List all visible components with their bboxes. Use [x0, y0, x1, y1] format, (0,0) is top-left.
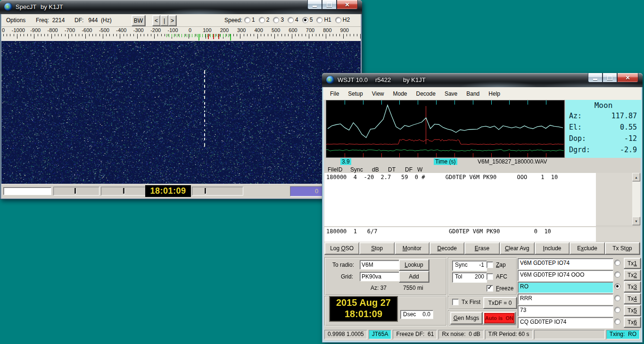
lookup-button[interactable]: Lookup — [399, 259, 429, 270]
afc-checkbox[interactable]: AFC — [487, 273, 507, 280]
tx-message-6[interactable]: CQ GD0TEP IO74 — [518, 317, 613, 328]
tx-message-2[interactable]: V6M GD0TEP IO74 OOO — [518, 270, 613, 281]
include-button[interactable]: Include — [535, 242, 570, 254]
decode-scrollbar[interactable]: ▲ ▼ — [632, 173, 640, 225]
menu-file[interactable]: File — [330, 90, 339, 97]
gain-slider-2[interactable] — [101, 187, 146, 196]
maximize-button[interactable] — [322, 0, 337, 9]
tx-select-radio-3[interactable] — [615, 284, 620, 289]
menu-help[interactable]: Help — [488, 90, 500, 97]
average-lines[interactable]: 180000 1 6/7 GD0TEP V6M PK90 0 10 — [324, 227, 596, 242]
dsec-field[interactable]: Dsec0.0 — [400, 310, 433, 319]
zap-box[interactable] — [487, 262, 493, 268]
ruler-label: -200 — [150, 27, 161, 33]
erase-button[interactable]: Erase — [464, 242, 499, 254]
speed-option-label: H1 — [324, 16, 331, 23]
menu-view[interactable]: View — [372, 90, 384, 97]
specjt-titlebar[interactable]: SpecJT by K1JT ✕ — [0, 0, 362, 14]
menu-mode[interactable]: Mode — [393, 90, 407, 97]
nav-button-center[interactable]: | — [160, 15, 168, 26]
tx-message-4[interactable]: RRR — [518, 294, 613, 305]
speed-radio-1[interactable]: 1 — [245, 16, 255, 23]
speed-radio-2[interactable]: 2 — [259, 16, 270, 23]
tx-select-radio-4[interactable] — [615, 295, 620, 301]
exclude-button[interactable]: Exclude — [570, 242, 604, 254]
txdf-button[interactable]: TxDF = 0 — [483, 297, 517, 309]
decode-lines[interactable]: 180000 4 -20 2.7 59 0 # GD0TEP V6M PK90 … — [324, 173, 596, 226]
slider-handle[interactable] — [123, 188, 124, 194]
options-menu[interactable]: Options — [6, 17, 25, 24]
sync-field[interactable]: Sync-1 — [452, 261, 487, 271]
tx-select-radio-2[interactable] — [615, 272, 620, 277]
clear-avg-button[interactable]: Clear Avg — [500, 242, 535, 254]
tx2-button[interactable]: Tx2 — [624, 270, 641, 280]
to-radio-input[interactable]: V6M — [360, 260, 399, 270]
tx-message-1[interactable]: V6M GD0TEP IO74 — [518, 258, 613, 270]
close-button[interactable]: ✕ — [617, 73, 638, 82]
ruler-ticks — [1, 34, 361, 41]
grid-input[interactable]: PK90va — [360, 272, 399, 281]
scroll-up-icon[interactable]: ▲ — [632, 173, 640, 181]
tx-select-radio-1[interactable] — [615, 260, 620, 265]
minimize-button[interactable] — [588, 73, 603, 82]
scroll-down-icon[interactable]: ▼ — [632, 217, 640, 225]
log-qso-button[interactable]: Log QSO — [324, 242, 359, 254]
speed-radio-3[interactable]: 3 — [273, 16, 284, 23]
minimize-button[interactable] — [307, 0, 322, 9]
decode-line[interactable]: 180000 4 -20 2.7 59 0 # GD0TEP V6M PK90 … — [326, 174, 596, 181]
average-text-area[interactable]: 180000 1 6/7 GD0TEP V6M PK90 0 10 — [324, 227, 640, 241]
gen-msgs-button[interactable]: Gen Msgs — [450, 312, 482, 324]
radio-icon — [317, 17, 322, 23]
ruler-label: -700 — [65, 27, 75, 33]
radio-icon — [259, 17, 264, 23]
gain-slider-3[interactable] — [192, 187, 243, 196]
zap-label: Zap — [496, 262, 506, 268]
menu-setup[interactable]: Setup — [348, 90, 363, 97]
freeze-label: Freeze — [496, 285, 513, 292]
speed-radio-5[interactable]: 5 — [303, 16, 313, 23]
spectrum-graph[interactable] — [326, 100, 565, 158]
gain-slider-1[interactable] — [53, 187, 99, 196]
nav-button-prev[interactable]: < — [152, 15, 160, 26]
stop-button[interactable]: Stop — [359, 242, 394, 254]
slider-handle[interactable] — [74, 188, 76, 194]
tx3-button[interactable]: Tx3 — [624, 281, 641, 292]
tol-field[interactable]: Tol200 — [452, 272, 487, 283]
wsjt-titlebar[interactable]: WSJT 10.0 r5422 by K1JT ✕ — [322, 73, 643, 87]
decode-text-area[interactable]: 180000 4 -20 2.7 59 0 # GD0TEP V6M PK90 … — [324, 173, 640, 225]
moon-field-value: -12 — [624, 134, 637, 146]
tx-message-5[interactable]: 73 — [518, 305, 613, 317]
tx-select-radio-5[interactable] — [615, 307, 620, 312]
speed-radio-H1[interactable]: H1 — [317, 16, 331, 23]
menu-decode[interactable]: Decode — [416, 90, 436, 97]
tx-first-box[interactable] — [452, 299, 459, 305]
tx-select-radio-6[interactable] — [615, 319, 620, 324]
average-line[interactable]: 180000 1 6/7 GD0TEP V6M PK90 0 10 — [326, 228, 596, 235]
decode-button[interactable]: Decode — [429, 242, 464, 254]
tx1-button[interactable]: Tx1 — [624, 258, 641, 269]
auto-on-button[interactable]: Auto is ON — [483, 312, 515, 324]
maximize-button[interactable] — [603, 73, 617, 82]
close-button[interactable]: ✕ — [337, 0, 358, 9]
tx-message-3[interactable]: RO — [518, 282, 613, 293]
waterfall-display[interactable] — [1, 41, 361, 184]
tx-first-checkbox[interactable]: Tx First — [452, 299, 480, 305]
date-value: 2015 Aug 27 — [336, 297, 391, 308]
add-button[interactable]: Add — [399, 271, 429, 282]
nav-button-next[interactable]: > — [168, 15, 176, 26]
tx4-button[interactable]: Tx4 — [624, 293, 641, 304]
tx5-button[interactable]: Tx5 — [624, 305, 641, 316]
speed-radio-H2[interactable]: H2 — [336, 16, 350, 23]
slider-handle[interactable] — [205, 188, 206, 194]
speed-radio-4[interactable]: 4 — [288, 16, 298, 23]
afc-box[interactable] — [487, 273, 493, 280]
freeze-box[interactable] — [487, 285, 493, 292]
monitor-button[interactable]: Monitor — [395, 242, 429, 254]
tx6-button[interactable]: Tx6 — [624, 317, 641, 328]
zap-checkbox[interactable]: Zap — [487, 262, 506, 268]
menu-band[interactable]: Band — [466, 90, 479, 97]
freeze-checkbox[interactable]: Freeze — [487, 285, 513, 292]
tx-stop-button[interactable]: Tx Stop — [605, 242, 640, 254]
bw-button[interactable]: BW — [132, 15, 145, 26]
menu-save[interactable]: Save — [445, 90, 457, 97]
